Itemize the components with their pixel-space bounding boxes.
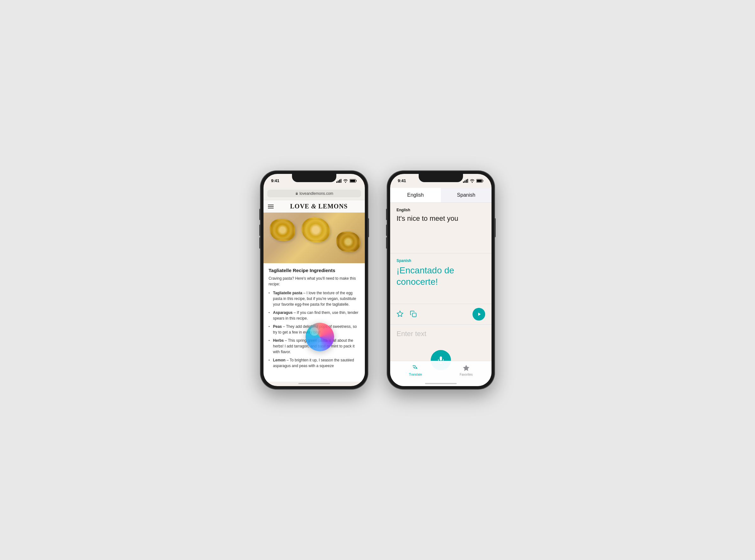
svg-rect-9 [465, 181, 466, 183]
pasta-nest-left [270, 219, 295, 241]
signal-icon-right [463, 179, 468, 183]
home-indicator-right [425, 383, 457, 384]
pasta-nest-center [302, 217, 330, 243]
status-icons-right [463, 177, 484, 183]
recipe-image [264, 213, 365, 263]
right-phone-frame: 9:41 [387, 171, 495, 389]
enter-text-area[interactable]: Enter text [390, 325, 491, 344]
svg-marker-15 [397, 311, 403, 316]
translate-result: Spanish ¡Encantado de conocerte! [390, 254, 491, 304]
status-icons-left [336, 177, 357, 183]
left-phone-frame: 9:41 [260, 171, 368, 389]
hamburger-menu[interactable] [268, 205, 273, 208]
svg-rect-14 [477, 180, 482, 182]
phones-container: 9:41 [260, 171, 495, 389]
play-button[interactable] [472, 308, 485, 321]
ingredient-item-1: Asparagus – If you can find them, use th… [269, 310, 360, 321]
svg-rect-8 [463, 181, 464, 183]
signal-icon [336, 179, 341, 183]
battery-icon-right [476, 179, 484, 183]
site-title: LOVE & LEMONS [278, 203, 361, 210]
tab-spanish[interactable]: Spanish [441, 188, 491, 202]
ingredient-item-0: Tagliatelle pasta – I love the texture o… [269, 290, 360, 307]
source-text: It's nice to meet you [396, 214, 485, 223]
svg-rect-18 [440, 356, 442, 360]
left-phone-screen: 9:41 [264, 174, 365, 386]
ingredient-name-0: Tagliatelle pasta [273, 291, 302, 295]
svg-marker-21 [463, 365, 469, 371]
ingredient-desc-4: – To brighten it up, I season the sautée… [273, 358, 354, 368]
siri-orb[interactable] [306, 323, 334, 351]
notch-right [419, 174, 463, 182]
source-lang-label: English [396, 208, 485, 212]
svg-rect-10 [466, 180, 467, 183]
status-time-left: 9:41 [271, 177, 279, 183]
svg-rect-11 [467, 179, 468, 183]
ingredient-name-1: Asparagus [273, 311, 293, 315]
tab-translate[interactable]: Translate [390, 364, 441, 376]
svg-rect-2 [339, 180, 340, 183]
battery-icon [350, 179, 357, 183]
favorites-tab-label: Favorites [460, 373, 472, 376]
wifi-icon-right [470, 179, 475, 183]
favorite-button[interactable] [396, 311, 404, 318]
translate-icon [412, 364, 419, 372]
ingredient-name-2: Peas [273, 324, 282, 329]
notch-left [292, 174, 336, 182]
play-icon [477, 312, 482, 317]
translate-source: English It's nice to meet you [390, 203, 491, 254]
favorites-icon [462, 364, 470, 372]
lock-icon [295, 192, 298, 195]
copy-icon [410, 311, 417, 317]
svg-rect-5 [356, 180, 356, 181]
copy-button[interactable] [410, 311, 417, 318]
safari-bar: loveandlemons.com [264, 188, 365, 200]
ingredient-name-4: Lemon [273, 358, 285, 362]
status-time-right: 9:41 [398, 177, 406, 183]
recipe-intro: Craving pasta? Here's what you'll need t… [269, 276, 360, 287]
recipe-title: Tagliatelle Recipe Ingredients [269, 268, 360, 273]
star-icon [396, 311, 404, 317]
svg-rect-7 [296, 193, 298, 195]
pasta-nest-right [336, 232, 360, 252]
ingredient-name-3: Herbs [273, 338, 284, 343]
safari-url-bar[interactable]: loveandlemons.com [267, 190, 361, 197]
translate-tabs: English Spanish [390, 188, 491, 203]
right-phone-screen: 9:41 [390, 174, 491, 386]
svg-rect-16 [412, 313, 416, 317]
translate-tab-label: Translate [409, 373, 422, 376]
ingredient-item-4: Lemon – To brighten it up, I season the … [269, 357, 360, 369]
recipe-content: Tagliatelle Recipe Ingredients Craving p… [264, 263, 365, 382]
tab-bar: Translate Favorites [390, 361, 491, 386]
action-icons-left [396, 311, 472, 318]
svg-marker-17 [478, 313, 481, 316]
svg-rect-13 [483, 180, 483, 181]
svg-rect-6 [350, 180, 355, 182]
wifi-icon [343, 179, 348, 183]
result-lang-label: Spanish [396, 258, 485, 263]
translate-actions [390, 304, 491, 325]
svg-rect-0 [336, 181, 337, 183]
result-text: ¡Encantado de conocerte! [396, 265, 485, 288]
enter-text-placeholder: Enter text [396, 330, 426, 338]
tab-english[interactable]: English [390, 188, 441, 202]
svg-rect-1 [338, 181, 339, 183]
nav-bar: LOVE & LEMONS [264, 200, 365, 213]
svg-rect-3 [341, 179, 342, 183]
tab-favorites[interactable]: Favorites [441, 364, 491, 376]
url-text: loveandlemons.com [300, 191, 333, 196]
home-indicator-left [298, 383, 330, 384]
